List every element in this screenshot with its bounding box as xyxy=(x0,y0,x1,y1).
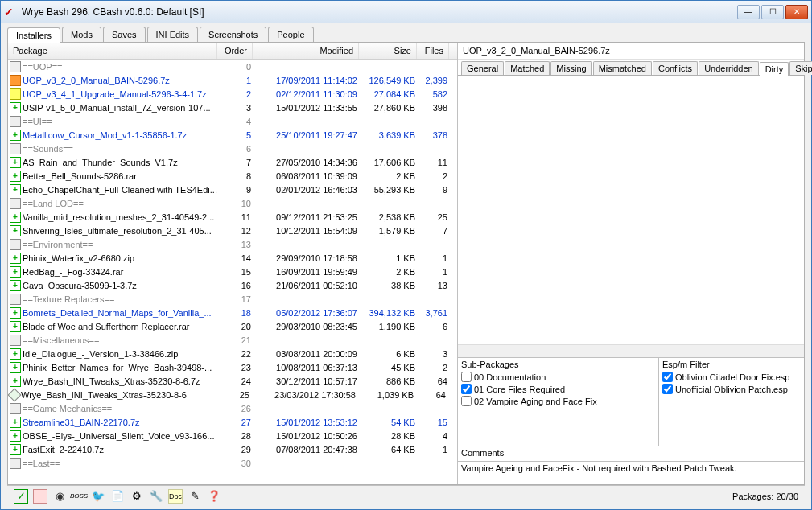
cell-order: 8 xyxy=(221,171,256,181)
table-row[interactable]: +Blade of Woe and Sufferthorn Replacer.r… xyxy=(8,319,457,333)
cell-order: 12 xyxy=(221,226,256,236)
table-row[interactable]: +RedBag_-_Fog-33424.rar1516/09/2011 19:5… xyxy=(8,265,457,278)
package-name: ==Last== xyxy=(23,459,221,468)
detail-tab-general[interactable]: General xyxy=(461,61,504,75)
table-row[interactable]: +Phinix_Better_Names_for_Wrye_Bash-39498… xyxy=(8,360,457,374)
col-modified[interactable]: Modified xyxy=(253,43,359,59)
marker-icon xyxy=(10,143,21,154)
detail-tab-skipped[interactable]: Skipped xyxy=(789,61,812,75)
table-row[interactable]: ==UI==4 xyxy=(8,114,457,128)
col-order[interactable]: Order xyxy=(217,43,253,59)
table-row[interactable]: +Cava_Obscura-35099-1-3.7z1621/06/2011 0… xyxy=(8,278,457,292)
cell-order: 9 xyxy=(221,185,256,195)
table-row[interactable]: +Idle_Dialogue_-_Version_1-3-38466.zip22… xyxy=(8,347,457,360)
table-row[interactable]: +Better_Bell_Sounds-5286.rar806/08/2011 … xyxy=(8,169,457,183)
list-item[interactable]: 01 Core Files Required xyxy=(461,383,655,395)
checkbox[interactable] xyxy=(662,384,673,394)
table-row[interactable]: ==UOP==0 xyxy=(8,60,457,73)
table-row[interactable]: +Bomrets_Detailed_Normal_Maps_for_Vanill… xyxy=(8,306,457,319)
detail-title: UOP_v3_2_0_Manual_BAIN-5296.7z xyxy=(458,43,804,60)
list-item[interactable]: 02 Vampire Aging and Face Fix xyxy=(461,395,655,407)
cell-order: 25 xyxy=(219,390,254,400)
edit-icon[interactable]: ✎ xyxy=(188,489,202,504)
tab-installers[interactable]: Installers xyxy=(7,27,60,43)
checkbox[interactable] xyxy=(461,372,472,382)
package-name: Shivering_Isles_ultimate_resolution_2_31… xyxy=(23,226,221,236)
cell-files: 2,399 xyxy=(420,76,452,85)
cell-mod: 15/01/2012 10:50:26 xyxy=(256,431,362,441)
detail-tab-underridden[interactable]: Underridden xyxy=(699,61,759,75)
table-row[interactable]: ==Miscellaneous==21 xyxy=(8,333,457,347)
list-item[interactable]: Oblivion Citadel Door Fix.esp xyxy=(662,371,801,383)
checkbox[interactable] xyxy=(461,396,472,406)
table-row[interactable]: ==Land LOD==10 xyxy=(8,196,457,210)
help-icon[interactable]: ❓ xyxy=(207,489,221,504)
oblivion-icon[interactable]: ◉ xyxy=(52,489,67,504)
sub-packages-list: 00 Documentation01 Core Files Required02… xyxy=(461,371,655,407)
tool-icon-4[interactable]: 🔧 xyxy=(149,489,163,504)
checkbox[interactable] xyxy=(662,372,673,382)
close-button[interactable]: ✕ xyxy=(785,5,808,19)
table-row[interactable]: +AS_Rain_and_Thunder_Sounds_V1.7z727/05/… xyxy=(8,155,457,169)
table-row[interactable]: UOP_v3_2_0_Manual_BAIN-5296.7z117/09/201… xyxy=(8,73,457,87)
square-icon[interactable] xyxy=(33,489,47,504)
doc-icon[interactable]: Doc xyxy=(168,489,183,504)
esp-filter-list: Oblivion Citadel Door Fix.espUnofficial … xyxy=(662,371,801,395)
maximize-button[interactable]: ☐ xyxy=(761,5,784,19)
tool-icon-2[interactable]: 📄 xyxy=(110,489,125,504)
package-name: Phinix_Waterfix_v2-6680.zip xyxy=(23,253,221,263)
package-name: Idle_Dialogue_-_Version_1-3-38466.zip xyxy=(23,349,221,359)
table-row[interactable]: +Vanilla_mid_resolution_meshes_2_31-4054… xyxy=(8,210,457,224)
table-row[interactable]: +Wrye_Bash_INI_Tweaks_Xtras-35230-8-6.7z… xyxy=(8,374,457,388)
tab-saves[interactable]: Saves xyxy=(103,27,146,42)
tool-icon-1[interactable]: 🐦 xyxy=(91,489,105,504)
marker-icon xyxy=(10,198,21,209)
cell-order: 3 xyxy=(221,103,256,113)
boss-icon[interactable]: BOSS xyxy=(72,489,86,504)
col-size[interactable]: Size xyxy=(359,43,417,59)
table-row[interactable]: UOP_v3_4_1_Upgrade_Manual-5296-3-4-1.7z2… xyxy=(8,87,457,101)
table-row[interactable]: ==Texture Replacers==17 xyxy=(8,292,457,306)
table-row[interactable]: ==Last==30 xyxy=(8,456,457,470)
table-row[interactable]: Wrye_Bash_INI_Tweaks_Xtras-35230-8-62523… xyxy=(8,388,457,401)
comments-textarea[interactable] xyxy=(458,461,804,484)
table-row[interactable]: +Phinix_Waterfix_v2-6680.zip1429/09/2010… xyxy=(8,251,457,265)
tab-mods[interactable]: Mods xyxy=(62,27,101,42)
tool-icon-3[interactable]: ⚙ xyxy=(130,489,144,504)
tab-screenshots[interactable]: Screenshots xyxy=(200,27,266,42)
detail-tab-matched[interactable]: Matched xyxy=(505,61,550,75)
tab-ini-edits[interactable]: INI Edits xyxy=(147,27,199,42)
table-row[interactable]: +Echo_ChapelChant_Full-Cleaned with TES4… xyxy=(8,183,457,196)
table-row[interactable]: ==Environment==13 xyxy=(8,237,457,251)
table-row[interactable]: +USIP-v1_5_0_Manual_install_7Z_version-1… xyxy=(8,101,457,114)
table-row[interactable]: +OBSE_-Elys-_Universal_Silent_Voice_v93-… xyxy=(8,429,457,442)
horizontal-scrollbar[interactable] xyxy=(458,344,804,357)
minimize-button[interactable]: — xyxy=(737,5,760,19)
col-package[interactable]: Package xyxy=(8,43,217,59)
cell-mod: 23/03/2012 17:30:58 xyxy=(254,390,361,400)
package-name: ==Miscellaneous== xyxy=(23,335,221,345)
table-row[interactable]: +Metallicow_Cursor_Mod_v1-1-35856-1.7z52… xyxy=(8,128,457,142)
table-row[interactable]: ==Game Mechanics==26 xyxy=(8,401,457,415)
cell-size: 3,639 KB xyxy=(362,130,420,140)
cell-size: 55,293 KB xyxy=(362,185,420,195)
package-list[interactable]: ==UOP==0UOP_v3_2_0_Manual_BAIN-5296.7z11… xyxy=(8,60,457,484)
detail-tab-mismatched[interactable]: Mismatched xyxy=(593,61,652,75)
marker-icon xyxy=(10,403,21,414)
table-row[interactable]: +FastExit_2-22410.7z2907/08/2011 20:47:3… xyxy=(8,442,457,456)
table-row[interactable]: ==Sounds==6 xyxy=(8,142,457,155)
cell-order: 22 xyxy=(221,349,256,359)
list-item[interactable]: Unofficial Oblivion Patch.esp xyxy=(662,383,801,395)
col-files[interactable]: Files xyxy=(417,43,449,59)
tab-people[interactable]: People xyxy=(268,27,313,42)
cell-mod: 03/08/2011 20:00:09 xyxy=(256,349,362,359)
table-row[interactable]: +Shivering_Isles_ultimate_resolution_2_3… xyxy=(8,224,457,237)
detail-tab-dirty[interactable]: Dirty xyxy=(760,62,789,76)
detail-tab-conflicts[interactable]: Conflicts xyxy=(653,61,698,75)
check-icon[interactable]: ✓ xyxy=(14,489,28,504)
list-item[interactable]: 00 Documentation xyxy=(461,371,655,383)
detail-tab-missing[interactable]: Missing xyxy=(550,61,591,75)
checkbox[interactable] xyxy=(461,384,472,394)
table-row[interactable]: +Streamline31_BAIN-22170.7z2715/01/2012 … xyxy=(8,415,457,429)
cell-size: 54 KB xyxy=(362,417,420,427)
